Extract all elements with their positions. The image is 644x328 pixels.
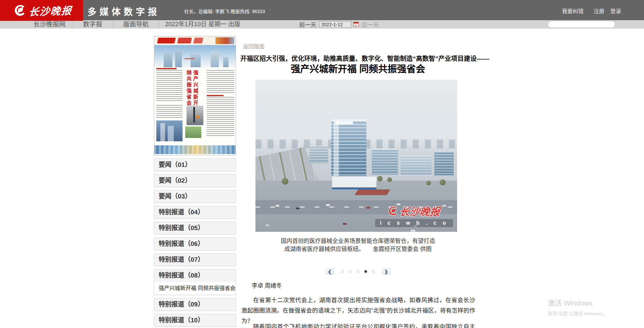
- next-day-link[interactable]: 后一天: [362, 20, 379, 29]
- sidebar-page-special-06[interactable]: 特别报道（06）: [154, 238, 236, 250]
- sidebar-page-yaowen-01[interactable]: 要闻（01）: [154, 158, 236, 171]
- sidebar-page-special-05[interactable]: 特别报道（05）: [154, 222, 236, 234]
- article-paragraph: 随着国内首个飞机地面动力学试验验证平台公司孵化落户签约，承载着中国独立自主创新基…: [241, 322, 475, 328]
- sidebar-page-yaowen-03[interactable]: 要闻（03）: [154, 190, 236, 203]
- thumb-bottom-skyline: [154, 145, 236, 154]
- article-content: 返回版面 开福区招大引强，优化环境，助推高质量、数字化、智能制造“高数智”产业项…: [240, 36, 476, 328]
- windows-activation-watermark: 激活 Windows 转到“设置”以激活 Windows。: [548, 297, 607, 317]
- sidebar-page-special-07[interactable]: 特别报道（07）: [154, 253, 236, 266]
- thumb-building: [223, 57, 229, 67]
- photo-pagination: ❮ ❯: [240, 268, 476, 275]
- search-box: [548, 21, 615, 28]
- tab-digital-paper[interactable]: 数字报: [72, 20, 113, 29]
- back-to-page-link[interactable]: 返回版面: [243, 42, 265, 50]
- watermark-logo-text: 长沙晚报: [399, 204, 441, 218]
- sidebar-page-special-08[interactable]: 特别报道（08）: [154, 269, 236, 282]
- sidebar-page-special-09[interactable]: 特别报道（09）: [154, 298, 236, 311]
- thumb-text-lines: [156, 70, 183, 102]
- watermark-site-url: i c s w b . c o m: [375, 219, 453, 227]
- site-title: 多媒体数字报: [87, 5, 160, 18]
- carousel-dot[interactable]: [349, 270, 352, 273]
- carousel-prev-button[interactable]: ❮: [326, 268, 334, 275]
- thumb-headline-bar: [156, 68, 176, 69]
- register-link[interactable]: 注册: [594, 7, 604, 15]
- carousel-dot-active[interactable]: [364, 270, 367, 273]
- windows-activation-line1: 激活 Windows: [548, 297, 607, 307]
- search-input[interactable]: [548, 22, 613, 27]
- thumb-forklift-photo: [187, 106, 203, 125]
- thumb-building: [164, 52, 172, 67]
- tab-page-navigation[interactable]: 版面导航: [113, 20, 159, 29]
- thumb-green-photo: [185, 126, 201, 138]
- thumb-crane: [185, 58, 195, 59]
- sidebar-page-special-04[interactable]: 特别报道（04）: [154, 206, 236, 219]
- carousel-dot[interactable]: [372, 270, 375, 273]
- article-photo: 长沙晚报 i c s w b . c o m: [255, 80, 457, 232]
- thumb-city-photo: [154, 45, 236, 67]
- top-header-bar: 多媒体数字报 社长、总编辑: 李鹏飞 晚报热线: 96333 我要纠错 注册 登…: [0, 0, 644, 20]
- logo-script-text: 长沙晚报: [28, 2, 72, 19]
- tab-changsha-evening-news-site[interactable]: 长沙晚报网: [27, 20, 72, 29]
- changsha-evening-news-emblem-icon: [14, 4, 26, 16]
- thumb-top-banner: [154, 36, 236, 45]
- watermark-emblem-icon: [388, 206, 398, 216]
- thumb-text-lines: [207, 97, 234, 137]
- thumb-building: [175, 49, 182, 67]
- carousel-dots: [341, 270, 375, 273]
- front-page-thumbnail[interactable]: 强产兴城新开福 同频共振强省会: [154, 36, 236, 155]
- article-title: 强产兴城新开福 同频共振强省会: [240, 62, 476, 75]
- calendar-icon[interactable]: [353, 22, 359, 27]
- thumb-text-lines: [156, 105, 183, 118]
- caption-line-2: 成湖南省医疗器械供应链枢纽。 金霞经开区管委会 供图: [240, 245, 476, 253]
- newspaper-logo[interactable]: 长沙晚报: [0, 0, 83, 21]
- sidebar: 强产兴城新开福 同频共振强省会 要闻（01） 要闻（02） 要闻（03） 特别报…: [154, 36, 236, 327]
- nav-tabs: 长沙晚报网 数字报 版面导航: [27, 20, 159, 29]
- thumb-headline-bar: [207, 95, 224, 96]
- login-link[interactable]: 登录: [610, 7, 621, 15]
- caption-line-1: 国内首创的医疗器械全业务场景智能仓库德荣智仓，有望打造: [240, 237, 476, 245]
- sidebar-active-article-link[interactable]: 强产兴城新开福 同频共振强省会: [154, 282, 236, 295]
- article-kicker: 开福区招大引强，优化环境，助推高质量、数字化、智能制造“高数智”产业项目建设——: [240, 53, 476, 63]
- thumb-red-calligraphy: [157, 38, 176, 43]
- photo-caption: 国内首创的医疗器械全业务场景智能仓库德荣智仓，有望打造 成湖南省医疗器械供应链枢…: [240, 237, 476, 253]
- article-authors: 李卓 周绪冬: [252, 281, 282, 289]
- date-input[interactable]: [319, 21, 351, 28]
- thumb-buildings-photo: [156, 120, 183, 141]
- thumb-red-calligraphy: [193, 38, 203, 43]
- photo-watermark: 长沙晚报 i c s w b . c o m: [375, 204, 453, 227]
- carousel-next-button[interactable]: ❯: [382, 268, 390, 275]
- thumb-banner-photo: [215, 37, 234, 44]
- sidebar-page-special-08-expanded: 特别报道（08） 强产兴城新开福 同频共振强省会: [154, 269, 236, 295]
- sidebar-page-yaowen-02[interactable]: 要闻（02）: [154, 174, 236, 187]
- masthead-info: 社长、总编辑: 李鹏飞 晚报热线: 96333: [184, 8, 265, 14]
- thumb-building: [191, 54, 201, 67]
- sidebar-page-special-10[interactable]: 特别报道（10）: [154, 314, 236, 327]
- header-links: 我要纠错 注册 登录: [562, 7, 621, 15]
- windows-activation-line2: 转到“设置”以激活 Windows。: [548, 310, 607, 317]
- report-error-link[interactable]: 我要纠错: [562, 7, 583, 15]
- thumb-text-lines: [207, 70, 234, 94]
- previous-day-link[interactable]: 前一天: [299, 20, 316, 29]
- thumb-red-calligraphy: [177, 38, 192, 43]
- carousel-dot[interactable]: [357, 270, 359, 273]
- publish-date: 2022年1月10日 星期一 出版: [165, 20, 240, 29]
- carousel-dot[interactable]: [341, 270, 344, 273]
- date-navigation: 前一天 后一天: [299, 20, 379, 29]
- nav-bar: 长沙晚报网 数字报 版面导航 2022年1月10日 星期一 出版 前一天 后一天: [0, 20, 644, 29]
- thumb-building: [211, 51, 219, 67]
